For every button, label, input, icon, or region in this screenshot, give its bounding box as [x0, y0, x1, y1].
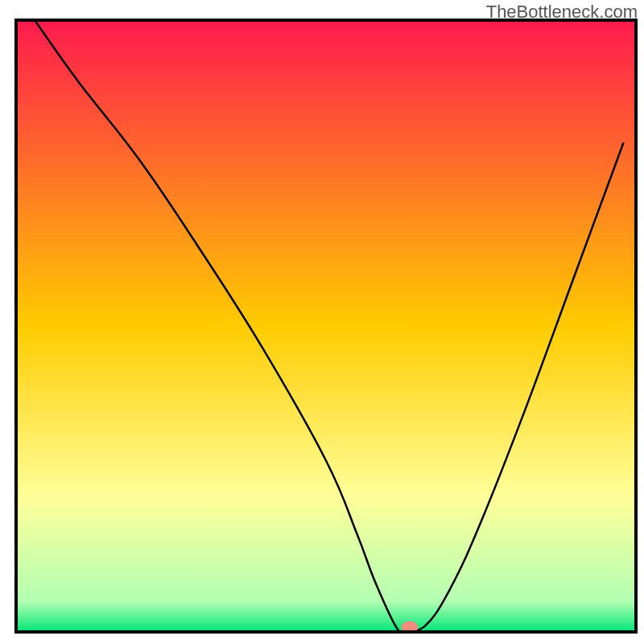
gradient-background — [16, 20, 636, 632]
bottleneck-chart — [0, 0, 644, 644]
chart-container: TheBottleneck.com — [0, 0, 644, 644]
watermark-text: TheBottleneck.com — [486, 2, 638, 23]
